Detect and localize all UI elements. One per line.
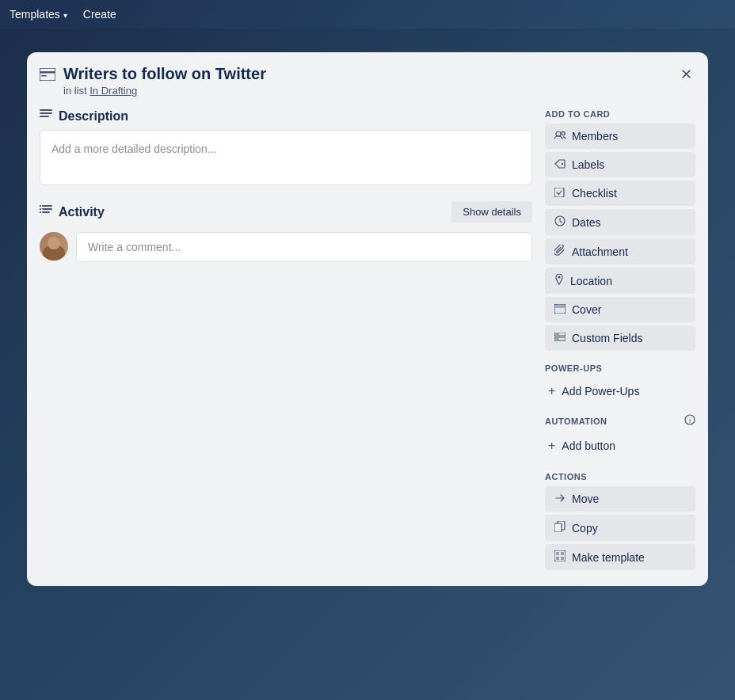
copy-icon [554,521,566,535]
svg-point-14 [562,163,563,165]
card-icon [40,67,55,85]
svg-rect-7 [40,205,41,207]
modal-header: Writers to follow on Twitter in list In … [40,65,695,97]
svg-rect-3 [40,109,52,111]
custom-fields-button[interactable]: Custom Fields [545,325,695,351]
card-title: Writers to follow on Twitter [63,65,266,83]
svg-rect-0 [40,68,55,81]
make-template-button[interactable]: Make template [545,544,695,570]
move-button[interactable]: Move [545,486,695,512]
move-label: Move [572,493,599,505]
comment-area: Write a comment... [40,232,532,262]
checklist-button[interactable]: Checklist [545,181,695,206]
make-template-label: Make template [572,551,645,564]
avatar [40,232,68,261]
dates-icon [554,215,566,229]
members-button[interactable]: Members [545,124,695,149]
svg-point-13 [562,131,565,135]
actions-title: Actions [545,472,695,481]
checklist-icon [554,187,566,200]
subtitle-prefix: in list [63,85,87,97]
svg-rect-5 [40,116,49,117]
copy-button[interactable]: Copy [545,515,695,541]
modal-sidebar: Add to card Members [545,109,695,573]
svg-rect-29 [554,550,566,561]
description-section: Description Add a more detailed descript… [40,109,532,185]
svg-rect-30 [556,552,559,555]
automation-header: Automation i [545,414,695,428]
custom-fields-label: Custom Fields [572,332,642,344]
add-power-ups-button[interactable]: + Add Power-Ups [545,378,695,405]
move-icon [554,493,566,505]
svg-rect-10 [42,211,50,213]
show-details-button[interactable]: Show details [451,201,532,223]
modal-body: Description Add a more detailed descript… [40,109,695,573]
create-label: Create [83,8,116,21]
dates-label: Dates [572,216,601,229]
svg-rect-32 [561,552,564,555]
custom-fields-icon [554,332,566,344]
modal-title-area: Writers to follow on Twitter in list In … [63,65,266,97]
svg-rect-11 [40,211,41,213]
activity-title: Activity [59,205,105,219]
card-modal: ✕ Writers to follow on Twitter in list I… [27,52,708,586]
svg-rect-2 [41,75,47,77]
svg-rect-31 [556,557,559,560]
description-placeholder: Add a more detailed description... [51,143,217,155]
svg-point-12 [556,131,561,136]
activity-section: Activity Show details Write a comment... [40,201,532,262]
svg-rect-33 [561,557,564,560]
templates-chevron-icon [63,8,67,21]
attachment-button[interactable]: Attachment [545,238,695,264]
copy-label: Copy [572,522,598,535]
svg-rect-28 [554,523,562,532]
power-ups-title: Power-Ups [545,363,695,373]
comment-placeholder: Write a comment... [88,241,181,253]
svg-rect-19 [554,304,566,308]
dates-button[interactable]: Dates [545,209,695,235]
location-icon [554,274,564,287]
modal-left-column: Description Add a more detailed descript… [40,109,532,573]
location-button[interactable]: Location [545,268,695,294]
list-name-link[interactable]: In Drafting [89,85,137,97]
add-power-ups-icon: + [548,384,555,398]
svg-rect-6 [42,205,52,207]
comment-input[interactable]: Write a comment... [76,232,532,262]
attachment-label: Attachment [572,245,628,258]
create-nav[interactable]: Create [83,8,116,21]
checklist-label: Checklist [572,187,617,200]
activity-icon [40,205,52,219]
make-template-icon [554,550,566,564]
svg-rect-4 [40,112,52,114]
svg-rect-15 [554,188,564,197]
labels-icon [554,158,566,171]
cover-button[interactable]: Cover [545,297,695,322]
svg-rect-23 [555,334,559,335]
close-button[interactable]: ✕ [673,62,699,87]
add-power-ups-label: Add Power-Ups [562,385,639,398]
labels-label: Labels [572,158,604,171]
svg-rect-24 [555,339,559,340]
top-navigation: Templates Create [0,0,735,29]
automation-title: Automation [545,417,607,426]
card-subtitle: in list In Drafting [63,85,266,97]
close-icon: ✕ [680,66,692,83]
svg-rect-8 [42,208,52,210]
templates-nav[interactable]: Templates [10,8,67,21]
members-icon [554,130,566,143]
description-title: Description [59,109,128,124]
description-header: Description [40,109,532,124]
svg-point-17 [558,276,561,279]
info-icon[interactable]: i [684,414,695,428]
description-input[interactable]: Add a more detailed description... [40,130,532,185]
description-icon [40,109,52,124]
add-button-button[interactable]: + Add button [545,432,695,459]
cover-icon [554,303,566,316]
modal-overlay: ✕ Writers to follow on Twitter in list I… [0,29,735,700]
cover-label: Cover [572,303,601,316]
labels-button[interactable]: Labels [545,152,695,177]
attachment-icon [554,245,566,258]
activity-header-left: Activity [40,205,105,219]
add-to-card-title: Add to card [545,109,695,119]
members-label: Members [572,130,618,143]
